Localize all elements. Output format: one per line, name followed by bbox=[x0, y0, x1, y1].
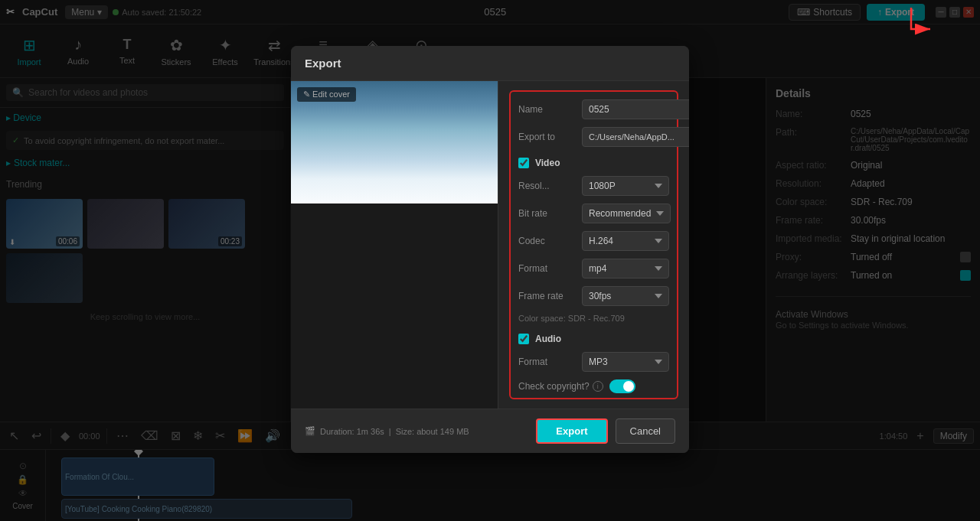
info-icon[interactable]: i bbox=[593, 381, 603, 392]
video-section-header: Video bbox=[518, 158, 669, 168]
footer-actions: Export Cancel bbox=[536, 418, 675, 444]
modal-overlay: Export ✎ Edit cover Name Export to bbox=[0, 0, 980, 521]
setting-export-to: Export to 📁 bbox=[518, 127, 669, 147]
export-modal: Export ✎ Edit cover Name Export to bbox=[291, 46, 689, 453]
setting-framerate: Frame rate 30fps 24fps 25fps 60fps bbox=[518, 286, 669, 306]
name-input[interactable] bbox=[582, 99, 689, 119]
audio-checkbox[interactable] bbox=[518, 334, 529, 344]
setting-bitrate: Bit rate Recommended Low Medium High bbox=[518, 204, 669, 223]
modal-cancel-button[interactable]: Cancel bbox=[616, 418, 675, 444]
codec-select[interactable]: H.264 H.265 ProRes bbox=[582, 231, 669, 251]
modal-header: Export bbox=[291, 46, 689, 81]
video-checkbox[interactable] bbox=[518, 158, 529, 168]
copyright-toggle[interactable] bbox=[609, 379, 635, 393]
export-path-input[interactable] bbox=[582, 127, 689, 147]
modal-export-button[interactable]: Export bbox=[536, 418, 607, 444]
bitrate-select[interactable]: Recommended Low Medium High bbox=[582, 204, 671, 223]
setting-resolution: Resol... 1080P 720P 2K 4K bbox=[518, 176, 669, 196]
export-path-container: 📁 bbox=[582, 127, 689, 147]
edit-cover-button[interactable]: ✎ Edit cover bbox=[297, 87, 356, 102]
audio-format-select[interactable]: MP3 AAC WAV bbox=[582, 352, 669, 372]
footer-info: 🎬 Duration: 1m 36s | Size: about 149 MB bbox=[305, 426, 527, 436]
settings-highlight-box: Name Export to 📁 Video bbox=[509, 90, 678, 399]
audio-section-header: Audio bbox=[518, 334, 669, 344]
copyright-row: Check copyright? i bbox=[518, 379, 669, 393]
colorspace-text: Color space: SDR - Rec.709 bbox=[518, 314, 669, 323]
format-select[interactable]: mp4 mov avi bbox=[582, 259, 669, 278]
toggle-knob bbox=[623, 381, 634, 392]
modal-settings: Name Export to 📁 Video bbox=[498, 81, 689, 409]
modal-body: ✎ Edit cover Name Export to 📁 bbox=[291, 81, 689, 409]
framerate-select[interactable]: 30fps 24fps 25fps 60fps bbox=[582, 286, 669, 306]
setting-audio-format: Format MP3 AAC WAV bbox=[518, 352, 669, 372]
setting-format: Format mp4 mov avi bbox=[518, 259, 669, 278]
resolution-select[interactable]: 1080P 720P 2K 4K bbox=[582, 176, 669, 196]
setting-codec: Codec H.264 H.265 ProRes bbox=[518, 231, 669, 251]
modal-footer: 🎬 Duration: 1m 36s | Size: about 149 MB … bbox=[291, 409, 689, 453]
film-icon: 🎬 bbox=[305, 426, 315, 436]
modal-preview: ✎ Edit cover bbox=[291, 81, 498, 409]
setting-name: Name bbox=[518, 99, 669, 119]
